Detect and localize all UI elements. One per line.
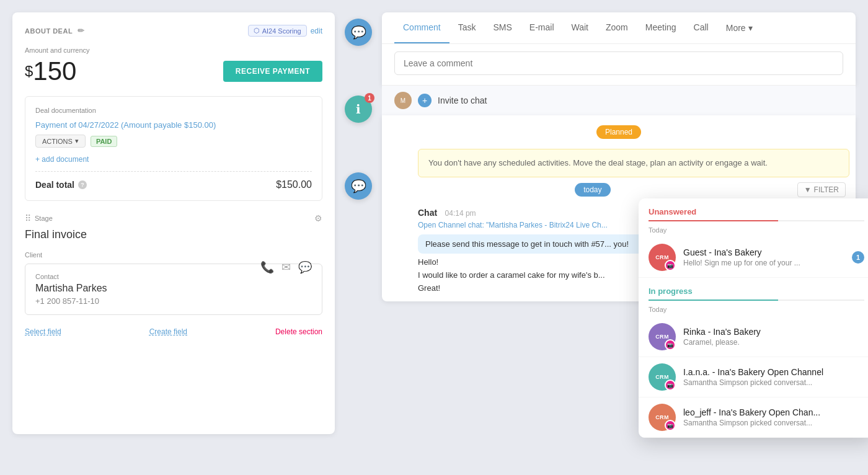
dropdown-info-3: leo_jeff - Ina's Bakery Open Chan... Sam… (683, 407, 864, 427)
planned-badge-row: Planned (382, 115, 856, 149)
tab-task[interactable]: Task (450, 12, 485, 43)
panel-title-text: ABOUT DEAL (25, 27, 73, 35)
dropdown-avatar-0: CRM 📷 (649, 244, 676, 271)
dropdown-msg-2: Samantha Simpson picked conversat... (683, 378, 864, 387)
tab-email[interactable]: E-mail (521, 12, 563, 43)
chat-title: Chat (418, 208, 437, 218)
tab-wait[interactable]: Wait (563, 12, 597, 43)
unanswered-divider (649, 220, 864, 221)
dropdown-name-3: leo_jeff - Ina's Bakery Open Chan... (683, 407, 864, 417)
ai-scoring-area: ⬡ AI24 Scoring edit (248, 25, 322, 37)
ai-scoring-badge[interactable]: ⬡ AI24 Scoring (248, 25, 307, 37)
tab-zoom[interactable]: Zoom (597, 12, 637, 43)
dropdown-msg-1: Caramel, please. (683, 338, 864, 347)
contact-actions: 📞 ✉ 💬 (260, 260, 312, 274)
receive-payment-button[interactable]: RECEIVE PAYMENT (223, 61, 322, 82)
stage-header: ⠿ Stage ⚙ (25, 213, 322, 223)
contact-card: Contact Martisha Parkes +1 200 857-11-10… (25, 264, 322, 315)
today-badge: today (575, 183, 610, 197)
avatar-badge-ig-1: 📷 (665, 339, 676, 350)
avatar-badge-ig-2: 📷 (665, 380, 676, 391)
notification-badge: 1 (365, 93, 374, 103)
tabs-panel: Comment Task SMS E-mail Wait Zoom Meetin… (382, 12, 856, 85)
crm-label-0: CRM (655, 254, 668, 260)
dropdown-name-2: I.a.n.a. - Ina's Bakery Open Channel (683, 367, 864, 377)
amount-display: $150 (25, 56, 76, 86)
field-actions: Select field Create field Delete section (25, 327, 322, 336)
invite-row: M + Invite to chat (382, 85, 856, 115)
unanswered-title: Unanswered (639, 198, 868, 220)
delete-section-link[interactable]: Delete section (275, 327, 322, 336)
chat-bubble-icon[interactable]: 💬 (345, 19, 372, 46)
tab-more[interactable]: More ▾ (717, 13, 761, 43)
deal-docs-label: Deal documentation (35, 107, 312, 114)
dropdown-info-0: Guest - Ina's Bakery Hello! Sign me up f… (683, 247, 844, 267)
chat-bubble-icon-2[interactable]: 💬 (345, 172, 372, 200)
panel-title: ABOUT DEAL ✏ (25, 26, 85, 35)
chat-time: 04:14 pm (445, 209, 476, 218)
filter-icon: ▼ (804, 185, 812, 194)
amount-section: Amount and currency $150 RECEIVE PAYMENT (25, 47, 322, 86)
contact-name: Martisha Parkes (35, 283, 107, 294)
actions-button[interactable]: ACTIONS ▾ (35, 135, 86, 148)
doc-actions: ACTIONS ▾ PAID (35, 135, 312, 148)
invite-text[interactable]: Invite to chat (438, 95, 487, 105)
plus-icon[interactable]: + (418, 94, 432, 107)
dropdown-item-1[interactable]: CRM 📷 Rinka - Ina's Bakery Caramel, plea… (639, 317, 868, 357)
crm-label-1: CRM (655, 334, 668, 340)
tab-comment[interactable]: Comment (394, 12, 450, 43)
client-section: Client Contact Martisha Parkes +1 200 85… (25, 251, 322, 315)
inprogress-title: In progress (639, 278, 868, 300)
unanswered-date: Today (639, 225, 868, 238)
crm-label-2: CRM (655, 374, 668, 380)
left-panel: ABOUT DEAL ✏ ⬡ AI24 Scoring edit Amount … (12, 12, 335, 434)
dropdown-info-2: I.a.n.a. - Ina's Bakery Open Channel Sam… (683, 367, 864, 387)
help-icon: ? (78, 180, 87, 189)
select-field-link[interactable]: Select field (25, 327, 61, 336)
tab-call[interactable]: Call (685, 12, 717, 43)
dropdown-item-3[interactable]: CRM 📷 leo_jeff - Ina's Bakery Open Chan.… (639, 397, 868, 438)
edit-icon[interactable]: ✏ (78, 26, 85, 35)
dropdown-item-2[interactable]: CRM 📷 I.a.n.a. - Ina's Bakery Open Chann… (639, 357, 868, 397)
dropdown-msg-0: Hello! Sign me up for one of your ... (683, 259, 844, 267)
comment-area (382, 44, 856, 85)
drag-icon: ⠿ (25, 213, 31, 223)
unread-count-0: 1 (852, 251, 864, 264)
phone-icon[interactable]: 📞 (260, 260, 274, 274)
amount-value: 150 (33, 56, 76, 86)
email-icon[interactable]: ✉ (281, 260, 291, 274)
dropdown-avatar-2: CRM 📷 (649, 363, 676, 391)
paid-badge: PAID (91, 136, 117, 147)
tab-sms[interactable]: SMS (484, 12, 520, 43)
dropdown-item-0[interactable]: CRM 📷 Guest - Ina's Bakery Hello! Sign m… (639, 238, 868, 278)
gear-icon[interactable]: ⚙ (314, 213, 322, 223)
alert-box: You don't have any scheduled activities.… (418, 149, 849, 177)
user-avatar: M (394, 92, 412, 109)
dropdown-panel: Unanswered Today CRM 📷 Guest - Ina's Bak… (639, 198, 868, 438)
edit-link[interactable]: edit (311, 27, 322, 35)
panel-header: ABOUT DEAL ✏ ⬡ AI24 Scoring edit (25, 25, 322, 37)
planned-badge: Planned (596, 125, 641, 139)
create-field-link[interactable]: Create field (149, 327, 187, 336)
inprogress-date: Today (639, 304, 868, 317)
comment-input[interactable] (394, 51, 843, 75)
avatar-badge-ig-3: 📷 (665, 420, 676, 431)
ai-scoring-label: AI24 Scoring (262, 27, 301, 35)
dropdown-name-1: Rinka - Ina's Bakery (683, 327, 864, 337)
chevron-down-icon: ▾ (75, 137, 79, 145)
filter-button[interactable]: ▼ FILTER (797, 182, 846, 197)
dropdown-msg-3: Samantha Simpson picked conversat... (683, 419, 864, 427)
stage-value: Final invoice (25, 228, 322, 241)
deal-total-row: Deal total ? $150.00 (35, 179, 312, 190)
inprogress-divider (649, 300, 864, 301)
dropdown-name-0: Guest - Ina's Bakery (683, 247, 844, 257)
amount-row: $150 RECEIVE PAYMENT (25, 56, 322, 86)
doc-link[interactable]: Payment of 04/27/2022 (Amount payable $1… (35, 120, 312, 130)
tab-meeting[interactable]: Meeting (637, 12, 685, 43)
dropdown-info-1: Rinka - Ina's Bakery Caramel, please. (683, 327, 864, 347)
add-document-link[interactable]: + add document (35, 155, 312, 164)
stage-section: ⠿ Stage ⚙ Final invoice Client Contact M… (25, 213, 322, 315)
info-bubble-icon[interactable]: ℹ 1 (345, 95, 372, 123)
chat-icon[interactable]: 💬 (298, 260, 312, 274)
crm-label-3: CRM (655, 414, 668, 420)
